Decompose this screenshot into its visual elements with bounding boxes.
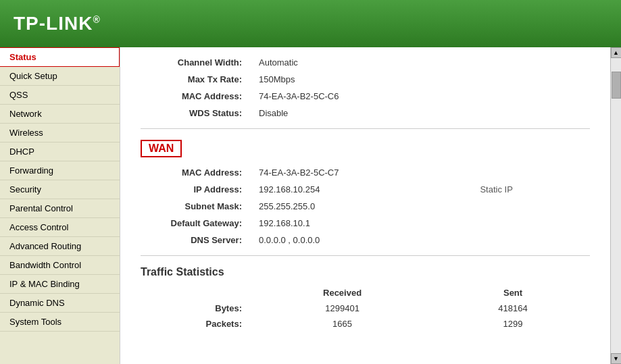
section-divider-1: [141, 128, 590, 129]
sidebar: StatusQuick SetupQSSNetworkWirelessDHCPF…: [0, 47, 120, 364]
wan-ip-value: 192.168.10.254: [249, 181, 459, 198]
sidebar-item-bandwidth-control[interactable]: Bandwidth Control: [0, 256, 120, 275]
wireless-mac-label: MAC Address:: [141, 88, 249, 105]
scroll-thumb[interactable]: [612, 72, 621, 99]
traffic-statistics-table: Received Sent Bytes: 1299401 418164 Pack…: [141, 285, 590, 332]
sidebar-item-advanced-routing[interactable]: Advanced Routing: [0, 237, 120, 256]
wds-status-value: Disable: [249, 105, 590, 122]
default-gateway-label: Default Gateway:: [141, 215, 249, 232]
wan-info-table: MAC Address: 74-EA-3A-B2-5C-C7 IP Addres…: [141, 164, 590, 249]
sidebar-item-parental-control[interactable]: Parental Control: [0, 199, 120, 218]
scrollbar[interactable]: ▲ ▼: [610, 47, 621, 364]
sidebar-item-network[interactable]: Network: [0, 105, 120, 124]
wan-ip-label: IP Address:: [141, 181, 249, 198]
wireless-info-table: Channel Width: Automatic Max Tx Rate: 15…: [141, 54, 590, 122]
sidebar-item-dhcp[interactable]: DHCP: [0, 142, 120, 161]
traffic-statistics-title: Traffic Statistics: [141, 266, 590, 278]
wan-mac-value: 74-EA-3A-B2-5C-C7: [249, 164, 459, 181]
traffic-header-spacer: [141, 285, 249, 301]
logo-text: TP-LINK: [14, 13, 93, 34]
subnet-mask-value: 255.255.255.0: [249, 198, 459, 215]
dns-server-value: 0.0.0.0 , 0.0.0.0: [249, 232, 459, 249]
body: StatusQuick SetupQSSNetworkWirelessDHCPF…: [0, 47, 621, 364]
wan-ip-type: Static IP: [459, 181, 590, 198]
content-area: Channel Width: Automatic Max Tx Rate: 15…: [120, 47, 610, 345]
max-tx-rate-value: 150Mbps: [249, 71, 590, 88]
traffic-received-header: Received: [249, 285, 436, 301]
sidebar-item-forwarding[interactable]: Forwarding: [0, 161, 120, 180]
sidebar-item-security[interactable]: Security: [0, 180, 120, 199]
sidebar-item-dynamic-dns[interactable]: Dynamic DNS: [0, 294, 120, 313]
bytes-sent: 418164: [436, 301, 590, 316]
channel-width-label: Channel Width:: [141, 54, 249, 71]
sidebar-item-system-tools[interactable]: System Tools: [0, 313, 120, 332]
sidebar-item-wireless[interactable]: Wireless: [0, 124, 120, 142]
sidebar-item-status[interactable]: Status: [0, 47, 120, 67]
channel-width-value: Automatic: [249, 54, 590, 71]
sidebar-item-quick-setup[interactable]: Quick Setup: [0, 67, 120, 86]
packets-sent: 1299: [436, 316, 590, 332]
scroll-up-arrow[interactable]: ▲: [611, 47, 622, 58]
sidebar-item-access-control[interactable]: Access Control: [0, 218, 120, 237]
sidebar-item-ip-mac-binding[interactable]: IP & MAC Binding: [0, 275, 120, 294]
wan-mac-label: MAC Address:: [141, 164, 249, 181]
bytes-received: 1299401: [249, 301, 436, 316]
logo-reg: ®: [93, 14, 100, 25]
section-divider-2: [141, 255, 590, 256]
default-gateway-value: 192.168.10.1: [249, 215, 459, 232]
traffic-sent-header: Sent: [436, 285, 590, 301]
packets-label: Packets:: [141, 316, 249, 332]
wan-section-header: WAN: [141, 140, 182, 157]
packets-received: 1665: [249, 316, 436, 332]
subnet-mask-label: Subnet Mask:: [141, 198, 249, 215]
header: TP-LINK®: [0, 0, 621, 47]
bytes-label: Bytes:: [141, 301, 249, 316]
sidebar-item-qss[interactable]: QSS: [0, 86, 120, 105]
main-content: Channel Width: Automatic Max Tx Rate: 15…: [120, 47, 610, 364]
dns-server-label: DNS Server:: [141, 232, 249, 249]
logo: TP-LINK®: [14, 13, 101, 34]
scroll-down-arrow[interactable]: ▼: [611, 353, 622, 364]
max-tx-rate-label: Max Tx Rate:: [141, 71, 249, 88]
scroll-track[interactable]: [611, 58, 621, 353]
wireless-mac-value: 74-EA-3A-B2-5C-C6: [249, 88, 590, 105]
wds-status-label: WDS Status:: [141, 105, 249, 122]
